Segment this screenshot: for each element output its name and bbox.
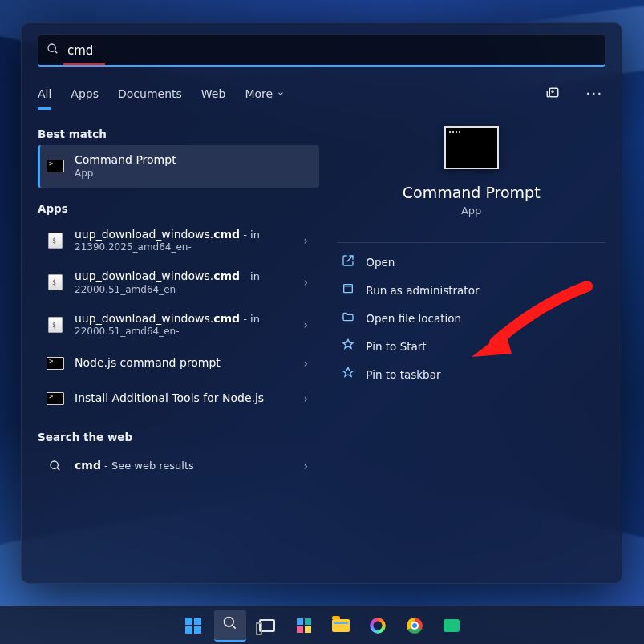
tab-all[interactable]: All <box>38 84 51 103</box>
more-options-icon[interactable]: ··· <box>583 83 606 105</box>
cmd-icon <box>46 389 65 408</box>
shield-icon <box>342 282 354 298</box>
result-title: uup_download_windows.cmd - in <box>75 228 289 242</box>
action-label: Pin to taskbar <box>366 368 440 381</box>
result-best-match[interactable]: Command Prompt App <box>38 145 319 188</box>
action-run-admin[interactable]: Run as administrator <box>337 276 606 304</box>
result-title: uup_download_windows.cmd - in <box>75 312 289 326</box>
section-web: Search the web <box>38 431 319 444</box>
chevron-right-icon: › <box>298 276 313 289</box>
svg-point-4 <box>51 461 58 468</box>
svg-point-9 <box>224 617 233 626</box>
result-app-0[interactable]: uup_download_windows.cmd - in 21390.2025… <box>38 220 319 262</box>
widgets-button[interactable] <box>288 610 320 642</box>
tab-web[interactable]: Web <box>201 84 226 103</box>
tab-more-label: More <box>245 87 273 100</box>
details-subtitle: App <box>461 205 481 217</box>
tab-apps[interactable]: Apps <box>71 84 99 103</box>
action-label: Open file location <box>366 312 461 325</box>
svg-line-10 <box>232 625 235 628</box>
search-icon <box>47 43 59 59</box>
chat-icon <box>444 619 460 632</box>
pin-icon <box>342 338 354 354</box>
chrome-icon <box>407 618 423 634</box>
start-search-panel: All Apps Documents Web More ··· Best mat… <box>21 22 622 584</box>
chat-button[interactable] <box>435 610 468 642</box>
loading-icon <box>370 618 386 634</box>
svg-line-5 <box>57 468 59 470</box>
widgets-icon <box>297 618 311 633</box>
action-pin-taskbar[interactable]: Pin to taskbar <box>337 360 606 388</box>
folder-icon <box>342 310 354 326</box>
result-title: cmd - See web results <box>75 459 289 473</box>
chevron-right-icon: › <box>298 392 313 405</box>
result-app-3[interactable]: Node.js command prompt › <box>38 346 319 381</box>
chrome-button[interactable] <box>399 610 431 642</box>
file-explorer-button[interactable] <box>325 610 357 642</box>
action-label: Open <box>366 256 395 269</box>
app-hero-icon <box>444 126 499 169</box>
start-button[interactable] <box>177 610 209 642</box>
svg-point-3 <box>552 91 553 92</box>
open-icon <box>342 254 354 269</box>
result-app-4[interactable]: Install Additional Tools for Node.js › <box>38 381 319 416</box>
chevron-right-icon: › <box>298 234 313 247</box>
details-pane: Command Prompt App Open Run as administr… <box>337 121 606 567</box>
taskbar-search-button[interactable] <box>214 610 246 642</box>
folder-icon <box>332 619 350 632</box>
tab-more[interactable]: More <box>245 84 285 103</box>
chevron-right-icon: › <box>298 318 313 331</box>
result-app-2[interactable]: uup_download_windows.cmd - in 22000.51_a… <box>38 304 319 346</box>
divider <box>337 242 606 243</box>
filter-tabs: All Apps Documents Web More ··· <box>38 83 606 105</box>
details-title: Command Prompt <box>403 184 541 201</box>
file-icon <box>46 315 65 334</box>
result-title: Command Prompt <box>75 153 313 168</box>
cmd-icon <box>46 354 65 373</box>
result-subtitle: App <box>75 168 313 180</box>
chevron-right-icon: › <box>298 357 313 370</box>
search-icon <box>222 615 238 634</box>
section-apps: Apps <box>38 202 319 215</box>
result-subtitle: 22000.51_amd64_en- <box>75 284 289 296</box>
search-box[interactable] <box>38 34 606 67</box>
search-icon <box>46 456 65 476</box>
image-search-icon[interactable] <box>541 83 564 105</box>
result-title: Install Additional Tools for Node.js <box>75 391 289 406</box>
svg-line-1 <box>55 51 57 53</box>
result-title: uup_download_windows.cmd - in <box>75 269 289 284</box>
system-app-button[interactable] <box>362 610 394 642</box>
cmd-icon <box>46 156 65 176</box>
windows-logo-icon <box>185 618 201 634</box>
result-title: Node.js command prompt <box>75 356 289 371</box>
action-open-location[interactable]: Open file location <box>337 304 606 332</box>
task-view-button[interactable] <box>251 610 283 642</box>
svg-rect-2 <box>549 88 558 97</box>
chevron-right-icon: › <box>298 460 313 472</box>
action-label: Pin to Start <box>366 340 426 353</box>
pin-icon <box>342 367 354 382</box>
result-app-1[interactable]: uup_download_windows.cmd - in 22000.51_a… <box>38 261 319 304</box>
result-subtitle: 21390.2025_amd64_en- <box>75 241 289 253</box>
svg-rect-6 <box>344 286 353 293</box>
results-column: Best match Command Prompt App Apps uup_d… <box>38 123 319 567</box>
chevron-down-icon <box>277 87 285 100</box>
file-icon <box>46 273 65 292</box>
taskbar <box>0 606 644 644</box>
action-pin-start[interactable]: Pin to Start <box>337 332 606 360</box>
tab-documents[interactable]: Documents <box>118 84 182 103</box>
search-input[interactable] <box>66 43 597 59</box>
result-web[interactable]: cmd - See web results › <box>38 448 319 484</box>
svg-point-0 <box>48 44 55 51</box>
result-subtitle: 22000.51_amd64_en- <box>75 326 289 338</box>
section-best-match: Best match <box>38 128 319 140</box>
annotation-underline <box>63 63 105 65</box>
action-label: Run as administrator <box>366 284 479 297</box>
task-view-icon <box>259 619 275 632</box>
file-icon <box>46 231 65 250</box>
action-open[interactable]: Open <box>337 248 606 276</box>
svg-rect-7 <box>344 285 353 286</box>
